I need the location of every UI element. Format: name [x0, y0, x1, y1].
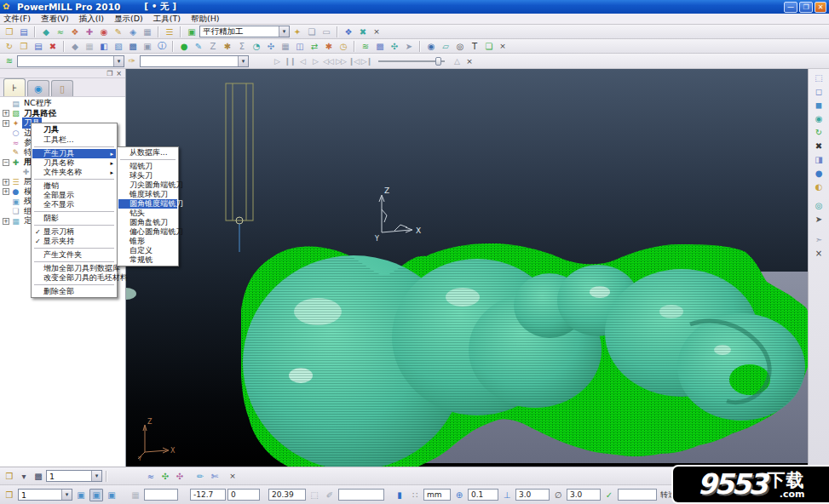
wireframe-icon[interactable]: ▧	[112, 40, 125, 53]
coord-x-field[interactable]: -12.7	[190, 489, 226, 501]
menu-item-2[interactable]: 插入(I)	[79, 14, 104, 25]
toolbar-close-button[interactable]: ×	[227, 472, 239, 480]
tool-combo-arrow[interactable]: ▾	[238, 56, 248, 66]
toolpath-combo-arrow[interactable]: ▾	[113, 56, 124, 66]
tool-number-combo[interactable]: 1▾	[18, 489, 72, 501]
raster-icon[interactable]: ≋	[359, 40, 372, 53]
tree-levels-expander[interactable]: +	[3, 179, 9, 186]
viewbar-close[interactable]: ×	[811, 247, 826, 260]
toolbar-close-button[interactable]: ×	[463, 57, 475, 66]
tree-toolpaths-expander[interactable]: +	[3, 110, 9, 117]
eject-button[interactable]: △	[451, 57, 463, 66]
open-project-icon[interactable]: ❐	[3, 26, 16, 38]
ctx-item-19[interactable]: 改变全部刀具的毛坯材料	[32, 273, 116, 283]
workplane-combo[interactable]: 1▾	[46, 470, 102, 482]
pencil-icon[interactable]: ✏	[193, 470, 207, 483]
tree-nc-programs[interactable]: ▤NC程序	[0, 99, 125, 109]
curve-fit-icon[interactable]: ≈	[144, 470, 158, 483]
measure-icon[interactable]: ❏	[482, 40, 496, 53]
tab-recycle-bin[interactable]: ▯	[51, 80, 73, 96]
tool-status-icon[interactable]: ❒	[3, 489, 16, 501]
snap-link-icon[interactable]: ✐	[323, 489, 337, 501]
snap-box-icon[interactable]: ⬚	[308, 489, 321, 501]
menu-item-1[interactable]: 查看(V)	[41, 14, 69, 25]
tool-combo[interactable]: ▾	[140, 55, 249, 67]
dynamic-view-icon[interactable]: ▩	[126, 40, 140, 53]
sub-item-0[interactable]: 从数据库...	[118, 148, 177, 158]
cursor-select-icon[interactable]: ➤	[811, 213, 826, 226]
explorer-float-icon[interactable]: ❐	[107, 70, 112, 77]
ctx-item-1[interactable]: 工具栏...	[32, 135, 116, 145]
workplane-combo-arrow[interactable]: ▾	[91, 471, 101, 481]
step-forward-button[interactable]: ▷	[309, 57, 321, 66]
cursor-rotate-icon[interactable]: ➣	[811, 233, 826, 246]
paint-reverse-icon[interactable]: ✣	[173, 470, 187, 483]
transform-icon[interactable]: ✖	[356, 26, 370, 38]
view-shaded-icon[interactable]: ●	[811, 167, 826, 180]
go-end-button[interactable]: ▷❙	[360, 57, 372, 66]
view-sphere-icon[interactable]: ◐	[811, 180, 826, 193]
menu-item-0[interactable]: 文件(F)	[3, 14, 31, 25]
toolbar-close-button[interactable]: ×	[371, 27, 383, 36]
block-edit-icon[interactable]: ◆	[68, 40, 82, 53]
pause-button[interactable]: ❙❙	[284, 57, 296, 66]
toolbar-close-button[interactable]: ×	[497, 42, 509, 50]
tool-brush-icon[interactable]: ✑	[125, 54, 139, 67]
swap-icon[interactable]: ⇄	[308, 40, 321, 53]
tab-web[interactable]: ◉	[27, 80, 49, 96]
tool-number-combo-arrow[interactable]: ▾	[61, 490, 72, 500]
simulation-speed-slider[interactable]	[378, 56, 445, 66]
start-point-icon[interactable]: ●	[177, 40, 191, 53]
grid-size-field[interactable]	[144, 489, 178, 501]
tree-toolpaths[interactable]: +▧刀具路径	[0, 109, 125, 119]
coord-z-field[interactable]: 20.39	[268, 489, 306, 501]
toolpath-combo[interactable]: ▾	[17, 55, 124, 67]
clock-icon[interactable]: ◷	[337, 40, 350, 53]
pattern-icon[interactable]: ◉	[97, 26, 111, 38]
feature-set-icon[interactable]: ✎	[112, 26, 125, 38]
play-button[interactable]: ▷	[271, 57, 283, 66]
view-refresh-icon[interactable]: ↻	[811, 126, 826, 139]
workplane-view2-button[interactable]: ▣	[89, 489, 103, 501]
holder-icon[interactable]: ◔	[250, 40, 263, 53]
recycle-icon[interactable]: ❏	[305, 26, 319, 38]
units-field[interactable]: mm	[423, 489, 451, 501]
go-start-button[interactable]: ❙◁	[348, 57, 360, 66]
maximize-button[interactable]: ❐	[799, 2, 813, 13]
info-icon[interactable]: ⓘ	[155, 40, 169, 53]
macro-icon[interactable]: ▦	[141, 26, 154, 38]
checker-icon[interactable]: ▩	[32, 470, 45, 483]
sub-item-12[interactable]: 常规铣	[118, 255, 177, 265]
open-icon[interactable]: ❐	[17, 40, 31, 53]
view-web-icon[interactable]: ◎	[811, 199, 826, 212]
leads-links-icon[interactable]: ✎	[192, 40, 205, 53]
grid-icon[interactable]: ▦	[83, 40, 96, 53]
sub-item-9[interactable]: 偏心圆角端铣刀	[118, 227, 177, 237]
ctx-item-11[interactable]: 阴影	[32, 214, 116, 223]
menu-item-3[interactable]: 显示(D)	[114, 14, 143, 25]
axis-icon[interactable]: ➤	[402, 40, 416, 53]
table-icon[interactable]: ▦	[279, 40, 292, 53]
menu-item-4[interactable]: 工具(T)	[153, 14, 181, 25]
z-heights-icon[interactable]: Z	[206, 40, 220, 53]
dropdown-icon[interactable]: ▾	[17, 470, 31, 483]
tree-workplanes-expander[interactable]: −	[3, 159, 9, 166]
paint-normal-icon[interactable]: ✣	[158, 470, 172, 483]
tree-models-expander[interactable]: +	[3, 188, 9, 195]
menu-item-5[interactable]: 帮助(H)	[191, 14, 220, 25]
ctx-item-16[interactable]: 产生文件夹	[32, 250, 116, 260]
strategy-icon[interactable]: ▣	[185, 26, 199, 38]
3d-viewport[interactable]: Z X Y Z X Y	[126, 69, 808, 467]
workplane-view3-button[interactable]: ▣	[105, 489, 118, 501]
check-field[interactable]	[618, 489, 657, 501]
tab-explorer[interactable]: ⊦	[3, 78, 26, 96]
ctx-item-21[interactable]: 删除全部	[32, 287, 116, 296]
workplane-view1-button[interactable]: ▣	[74, 489, 88, 501]
tool-icon[interactable]: ❖	[68, 26, 82, 38]
minimize-button[interactable]: —	[784, 2, 797, 13]
view-front-icon[interactable]: ◨	[811, 153, 826, 166]
view-cross-icon[interactable]: ✖	[811, 140, 826, 152]
tolerance-icon[interactable]: ⊕	[452, 489, 466, 501]
ctx-item-9[interactable]: 全不显示	[32, 200, 116, 209]
text-icon[interactable]: T	[468, 40, 481, 53]
